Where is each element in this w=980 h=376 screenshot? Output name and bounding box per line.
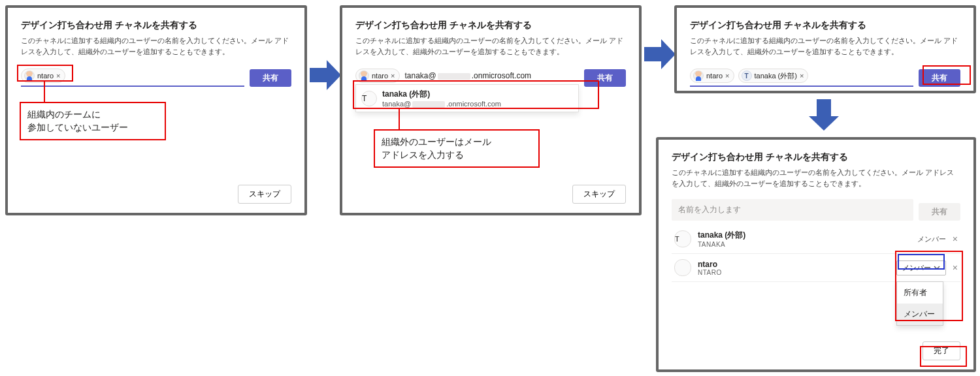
avatar-icon: T	[742, 70, 752, 81]
suggestion-email: tanaka@.onmicrosoft.com	[382, 100, 501, 108]
chip-remove-icon[interactable]: ×	[800, 72, 804, 80]
panel-2: デザイン打ち合わせ用 チャネルを共有する このチャネルに追加する組織内のユーザー…	[340, 5, 642, 215]
dialog-title: デザイン打ち合わせ用 チャネルを共有する	[690, 20, 960, 31]
share-button[interactable]: 共有	[584, 69, 626, 87]
member-sub: TANAKA	[698, 241, 911, 248]
role-dropdown-button[interactable]: メンバー	[896, 260, 946, 275]
role-dropdown-label: メンバー	[902, 263, 931, 273]
redacted-text	[412, 101, 445, 108]
callout-connector-1	[44, 82, 45, 103]
user-chip-tanaka[interactable]: T tanaka (外部) ×	[738, 69, 809, 83]
chip-remove-icon[interactable]: ×	[56, 72, 60, 80]
avatar-icon: T	[361, 91, 377, 106]
member-sub: NTARO	[698, 269, 890, 276]
callout-text-line1: 組織内のチームに	[27, 108, 158, 121]
dialog-title: デザイン打ち合わせ用 チャネルを共有する	[21, 20, 291, 31]
dialog-title: デザイン打ち合わせ用 チャネルを共有する	[672, 151, 960, 163]
avatar-icon	[24, 70, 35, 81]
role-label-static: メンバー	[917, 234, 946, 244]
chip-label: ntaro	[37, 72, 54, 80]
dialog-description: このチャネルに追加する組織内のユーザーの名前を入力してください。メール アドレス…	[355, 35, 626, 57]
user-input-row[interactable]: ntaro × T tanaka (外部) ×	[690, 67, 913, 87]
avatar-icon	[359, 70, 369, 81]
user-chip-ntaro[interactable]: ntaro ×	[355, 69, 400, 83]
remove-member-icon[interactable]: ×	[953, 262, 958, 273]
skip-button[interactable]: スキップ	[572, 185, 626, 204]
share-button[interactable]: 共有	[919, 69, 960, 87]
role-option-owner[interactable]: 所有者	[897, 282, 943, 304]
callout-connector-2	[399, 108, 400, 131]
svg-marker-2	[809, 99, 839, 131]
callout-text-line2: アドレスを入力する	[382, 149, 532, 162]
member-list: T tanaka (外部) TANAKA メンバー × ntaro NTARO …	[672, 225, 960, 282]
skip-button[interactable]: スキップ	[238, 185, 291, 204]
placeholder-text: 名前を入力します	[678, 205, 741, 214]
flow-arrow-1	[310, 60, 341, 90]
user-chip-ntaro[interactable]: ntaro ×	[21, 69, 65, 83]
svg-marker-1	[644, 39, 676, 69]
chip-label: ntaro	[706, 72, 723, 80]
suggestion-name: tanaka (外部)	[382, 89, 501, 100]
chevron-down-icon	[934, 264, 940, 271]
email-input[interactable]: tanaka@.onmicrosoft.com	[404, 70, 579, 82]
dialog-description: このチャネルに追加する組織内のユーザーの名前を入力してください。メール アドレス…	[690, 35, 960, 57]
role-option-member[interactable]: メンバー	[897, 304, 943, 325]
avatar-icon	[674, 259, 691, 276]
flow-arrow-2	[644, 39, 676, 69]
user-input-row[interactable]: ntaro ×	[21, 67, 244, 87]
callout-text-line2: 参加していないユーザー	[27, 121, 158, 134]
avatar-icon	[693, 70, 704, 81]
role-dropdown-menu: 所有者 メンバー	[896, 281, 943, 326]
dialog-description: このチャネルに追加する組織内のユーザーの名前を入力してください。メール アドレス…	[21, 35, 291, 57]
redacted-text	[438, 73, 470, 80]
share-button-disabled: 共有	[919, 203, 960, 221]
panel-3: デザイン打ち合わせ用 チャネルを共有する このチャネルに追加する組織内のユーザー…	[674, 5, 976, 93]
remove-member-icon[interactable]: ×	[953, 234, 958, 244]
avatar-icon: T	[674, 230, 691, 247]
dialog-title: デザイン打ち合わせ用 チャネルを共有する	[355, 20, 626, 31]
user-chip-ntaro[interactable]: ntaro ×	[690, 69, 734, 83]
panel-4: デザイン打ち合わせ用 チャネルを共有する このチャネルに追加する組織内のユーザー…	[656, 137, 976, 372]
input-value-suffix: .onmicrosoft.com	[472, 71, 531, 80]
chip-label: ntaro	[372, 72, 388, 80]
done-button[interactable]: 完了	[923, 341, 960, 360]
share-button[interactable]: 共有	[250, 69, 291, 87]
svg-marker-0	[310, 60, 341, 90]
member-name: tanaka (外部)	[698, 230, 911, 241]
flow-arrow-3	[809, 99, 839, 131]
chip-label: tanaka (外部)	[755, 71, 797, 81]
input-value-prefix: tanaka@	[405, 71, 436, 80]
member-row-ntaro: ntaro NTARO メンバー × 所有者 メンバー	[672, 254, 960, 282]
callout-text-line1: 組織外のユーザーはメール	[382, 136, 532, 149]
chip-remove-icon[interactable]: ×	[725, 72, 729, 80]
member-name: ntaro	[698, 260, 890, 269]
chip-remove-icon[interactable]: ×	[391, 72, 395, 80]
dialog-description: このチャネルに追加する組織内のユーザーの名前を入力してください。メール アドレス…	[672, 167, 960, 189]
callout-box-1: 組織内のチームに 参加していないユーザー	[20, 102, 166, 140]
callout-box-2: 組織外のユーザーはメール アドレスを入力する	[374, 129, 540, 168]
name-input-placeholder-box[interactable]: 名前を入力します	[672, 199, 913, 221]
autocomplete-suggestion[interactable]: T tanaka (外部) tanaka@.onmicrosoft.com	[355, 84, 579, 112]
member-row-tanaka: T tanaka (外部) TANAKA メンバー ×	[672, 225, 960, 254]
